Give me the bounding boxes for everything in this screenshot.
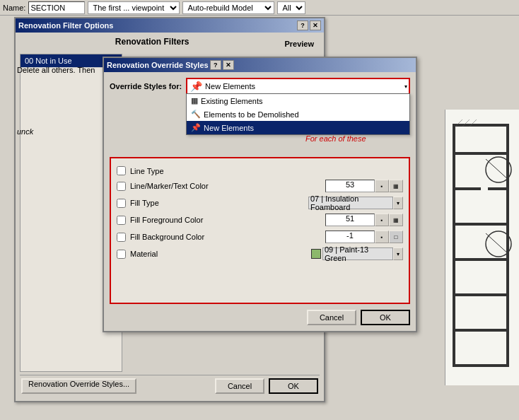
arch-preview-panel xyxy=(445,110,519,385)
line-color-row: Line/Marker/Text Color 53 ▪ ▦ xyxy=(117,177,403,194)
preview-label: Preview xyxy=(284,40,314,48)
svg-rect-0 xyxy=(453,124,509,127)
material-swatch xyxy=(311,249,321,259)
svg-rect-5 xyxy=(453,258,509,261)
material-row: Material 09 | Paint-13 Green ▾ xyxy=(117,245,403,262)
override-header-row: Override Styles for: 📌 New Elements ▾ ▦ … xyxy=(110,78,410,95)
override-ok-button[interactable]: OK xyxy=(361,310,410,325)
rebuild-select[interactable]: Auto-rebuild Model xyxy=(182,1,274,14)
svg-rect-1 xyxy=(453,152,509,155)
fill-bg-btn2[interactable]: □ xyxy=(389,231,403,243)
dialog-buttons: Cancel OK xyxy=(110,310,410,325)
help-button[interactable]: ? xyxy=(297,21,308,30)
name-label: Name: xyxy=(3,4,25,12)
material-control: 09 | Paint-13 Green ▾ xyxy=(311,247,403,260)
dropdown-new[interactable]: 📌 New Elements xyxy=(187,121,409,134)
close-button[interactable]: ✕ xyxy=(310,21,321,30)
dropdown-demolished[interactable]: 🔨 Elements to be Demolished xyxy=(187,107,409,121)
demolished-item-icon: 🔨 xyxy=(191,110,201,119)
line-color-value[interactable]: 53 xyxy=(325,180,375,192)
delete-annotation: Delete all others. Then xyxy=(17,66,102,74)
main-titlebar: Renovation Filter Options ? ✕ xyxy=(16,18,324,33)
fill-type-control: 07 | Insulation Foamboard ▾ xyxy=(308,197,403,209)
override-help-button[interactable]: ? xyxy=(210,60,221,70)
fill-fg-btn2[interactable]: ▦ xyxy=(389,214,403,226)
new-item-icon: 📌 xyxy=(191,123,201,132)
fill-fg-label: Fill Foreground Color xyxy=(130,216,321,224)
renovation-override-styles-btn[interactable]: Renovation Override Styles... xyxy=(21,378,136,394)
dropdown-existing[interactable]: ▦ Existing Elements xyxy=(187,94,409,107)
override-select-wrapper: 📌 New Elements ▾ ▦ Existing Elements 🔨 E… xyxy=(186,78,410,95)
fill-fg-btn1[interactable]: ▪ xyxy=(375,214,389,226)
fill-fg-value[interactable]: 51 xyxy=(325,214,375,226)
for-each-annotation: For each of these xyxy=(305,134,366,143)
line-color-btn1[interactable]: ▪ xyxy=(375,180,389,192)
options-box: Line Type Line/Marker/Text Color 53 ▪ ▦ … xyxy=(110,157,410,304)
override-select-container: 📌 New Elements ▾ ▦ Existing Elements 🔨 E… xyxy=(186,78,410,95)
svg-rect-6 xyxy=(453,293,509,296)
all-select[interactable]: All xyxy=(277,1,305,14)
line-color-checkbox[interactable] xyxy=(117,182,126,191)
fill-bg-label: Fill Background Color xyxy=(130,233,321,241)
fill-type-label: Fill Type xyxy=(130,199,304,207)
fill-bg-control: -1 ▪ □ xyxy=(325,231,403,243)
main-title-text: Renovation Filter Options xyxy=(18,21,296,30)
svg-rect-3 xyxy=(488,187,509,190)
renovation-filters-title: Renovation Filters xyxy=(20,37,284,47)
line-type-label: Line Type xyxy=(130,167,403,175)
fill-type-checkbox[interactable] xyxy=(117,199,126,208)
override-content: Override Styles for: 📌 New Elements ▾ ▦ … xyxy=(104,72,416,331)
override-dialog: Renovation Override Styles ? ✕ Override … xyxy=(103,57,417,332)
material-arrow[interactable]: ▾ xyxy=(393,247,403,260)
svg-line-13 xyxy=(486,159,509,180)
fill-type-select[interactable]: 07 | Insulation Foamboard xyxy=(308,197,393,209)
svg-rect-7 xyxy=(453,329,509,332)
top-toolbar: Name: The first ... viewpoint Auto-rebui… xyxy=(0,0,519,16)
material-select[interactable]: 09 | Paint-13 Green xyxy=(322,247,393,260)
main-ok-button[interactable]: OK xyxy=(269,378,318,394)
override-close-button[interactable]: ✕ xyxy=(223,60,234,70)
override-cancel-button[interactable]: Cancel xyxy=(307,310,356,325)
line-color-label: Line/Marker/Text Color xyxy=(130,182,321,190)
override-select-display[interactable]: 📌 New Elements xyxy=(187,79,409,93)
fill-type-arrow[interactable]: ▾ xyxy=(393,197,403,209)
fill-bg-value[interactable]: -1 xyxy=(325,231,375,243)
line-type-row: Line Type xyxy=(117,164,403,177)
fill-fg-row: Fill Foreground Color 51 ▪ ▦ xyxy=(117,211,403,228)
override-titlebar: Renovation Override Styles ? ✕ xyxy=(104,58,416,72)
line-color-btn2[interactable]: ▦ xyxy=(389,180,403,192)
fill-bg-checkbox[interactable] xyxy=(117,233,126,242)
material-checkbox[interactable] xyxy=(117,250,126,259)
fill-fg-control: 51 ▪ ▦ xyxy=(325,214,403,226)
material-label: Material xyxy=(130,250,307,258)
override-for-label: Override Styles for: xyxy=(110,82,182,91)
fill-bg-row: Fill Background Color -1 ▪ □ xyxy=(117,228,403,245)
line-type-checkbox[interactable] xyxy=(117,166,126,175)
fill-fg-checkbox[interactable] xyxy=(117,216,126,225)
svg-rect-4 xyxy=(453,223,509,226)
name-input[interactable] xyxy=(28,1,85,14)
arch-drawing xyxy=(445,110,519,385)
svg-rect-8 xyxy=(453,364,509,367)
viewpoint-select[interactable]: The first ... viewpoint xyxy=(88,1,180,14)
unck-annotation: unck xyxy=(17,127,33,136)
fill-type-row: Fill Type 07 | Insulation Foamboard ▾ xyxy=(117,194,403,211)
svg-rect-2 xyxy=(453,187,481,190)
existing-grid-icon: ▦ xyxy=(191,96,198,105)
override-title-text: Renovation Override Styles xyxy=(107,61,209,69)
override-dropdown: ▦ Existing Elements 🔨 Elements to be Dem… xyxy=(186,93,410,135)
svg-rect-9 xyxy=(453,124,455,367)
svg-line-14 xyxy=(486,233,509,255)
fill-bg-btn1[interactable]: ▪ xyxy=(375,231,389,243)
line-color-control: 53 ▪ ▦ xyxy=(325,180,403,192)
main-cancel-button[interactable]: Cancel xyxy=(215,378,264,394)
